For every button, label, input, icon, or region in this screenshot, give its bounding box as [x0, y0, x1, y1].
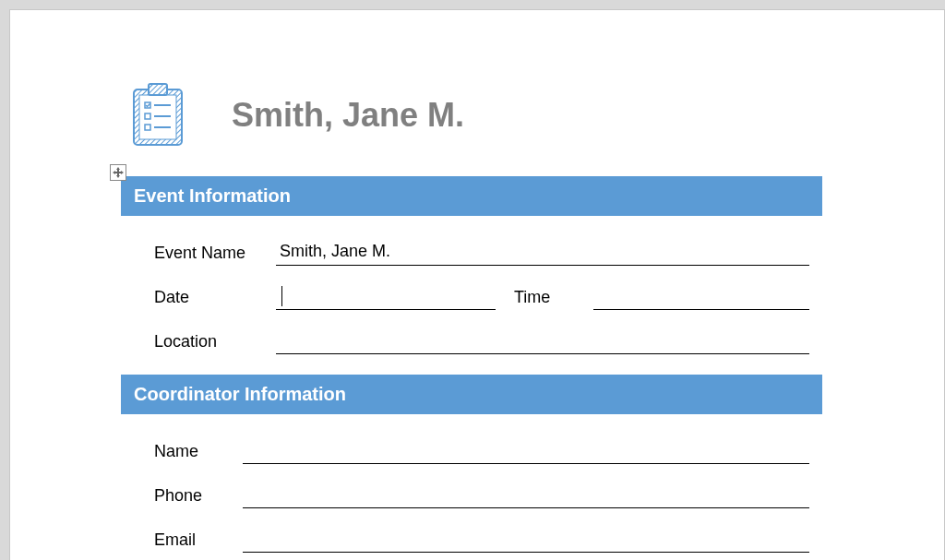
section-heading-coordinator-information: Coordinator Information [121, 375, 822, 414]
label-time: Time [496, 288, 562, 310]
label-event-name: Event Name [154, 244, 276, 266]
label-date: Date [154, 288, 276, 310]
field-event-name[interactable]: Smith, Jane M. [276, 242, 809, 266]
label-location: Location [154, 332, 276, 354]
label-name: Name [154, 442, 243, 464]
row-phone: Phone [154, 473, 809, 508]
row-event-name: Event Name Smith, Jane M. [154, 231, 809, 266]
field-time[interactable] [593, 286, 809, 310]
field-date[interactable] [276, 286, 496, 310]
field-phone[interactable] [243, 484, 809, 508]
table-move-handle-icon[interactable] [110, 164, 126, 181]
row-date-time: Date Time [154, 275, 809, 310]
page-title[interactable]: Smith, Jane M. [232, 96, 464, 135]
label-email: Email [154, 530, 243, 553]
clipboard-icon [128, 82, 187, 149]
field-name[interactable] [243, 440, 809, 464]
document-header: Smith, Jane M. [128, 82, 833, 149]
coordinator-information-body: Name Phone Email [121, 414, 822, 560]
field-email[interactable] [243, 529, 809, 553]
row-email: Email [154, 518, 809, 553]
label-phone: Phone [154, 486, 243, 508]
svg-rect-4 [149, 84, 167, 95]
text-cursor-icon [281, 286, 282, 306]
event-information-body: Event Name Smith, Jane M. Date Time Loca… [121, 216, 822, 375]
row-location: Location [154, 319, 809, 354]
document-page: Smith, Jane M. Event Information Event N… [9, 9, 945, 560]
row-name: Name [154, 429, 809, 464]
section-heading-event-information: Event Information [121, 176, 822, 216]
field-location[interactable] [276, 330, 809, 354]
